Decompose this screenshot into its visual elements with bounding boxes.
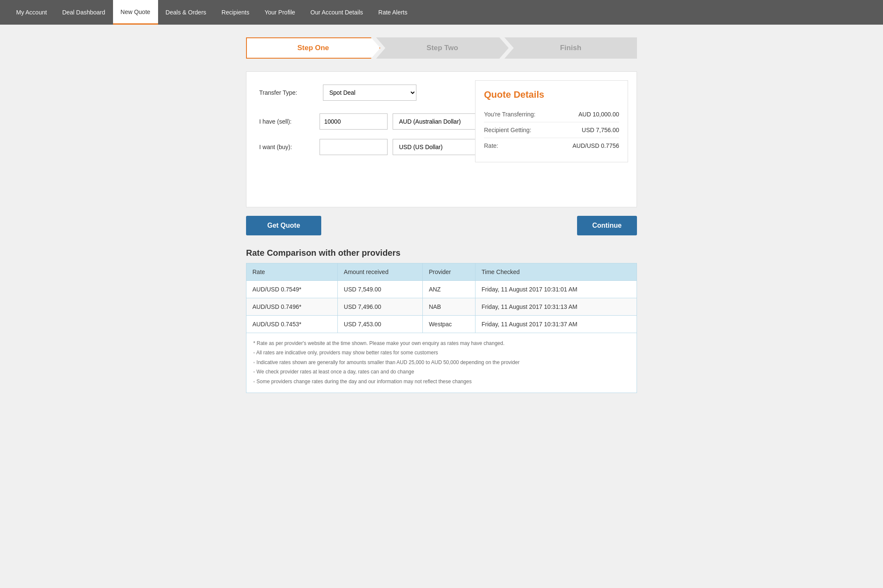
- i-have-amount-input[interactable]: [320, 113, 388, 130]
- nav-deal-dashboard[interactable]: Deal Dashboard: [54, 0, 113, 25]
- disclaimer-line: ◦ Some providers change rates during the…: [253, 377, 630, 386]
- disclaimer-line: * Rate as per provider's website at the …: [253, 339, 630, 348]
- nav-recipients[interactable]: Recipients: [214, 0, 257, 25]
- main-nav: My Account Deal Dashboard New Quote Deal…: [0, 0, 883, 25]
- quote-details-box: Quote Details You're Transferring: AUD 1…: [475, 80, 628, 162]
- quote-recipient-value: USD 7,756.00: [582, 127, 619, 133]
- disclaimer-line: ◦ All rates are indicative only, provide…: [253, 348, 630, 357]
- col-time: Time Checked: [475, 263, 637, 281]
- i-have-label: I have (sell):: [259, 118, 314, 125]
- i-want-amount-input[interactable]: [320, 139, 388, 155]
- main-content: Step One Step Two Finish Transfer Type: …: [238, 37, 645, 393]
- rate-comparison-section: Rate Comparison with other providers Rat…: [246, 248, 637, 393]
- nav-my-account[interactable]: My Account: [8, 0, 54, 25]
- table-row: AUD/USD 0.7453*USD 7,453.00WestpacFriday…: [246, 316, 637, 333]
- step-finish: Finish: [504, 37, 637, 59]
- nav-account-details[interactable]: Our Account Details: [303, 0, 371, 25]
- step-two: Step Two: [376, 37, 509, 59]
- quote-recipient-label: Recipient Getting:: [484, 127, 531, 133]
- quote-details-title: Quote Details: [484, 89, 619, 100]
- step-one: Step One: [246, 37, 380, 59]
- col-rate: Rate: [246, 263, 338, 281]
- col-amount: Amount received: [338, 263, 423, 281]
- nav-deals-orders[interactable]: Deals & Orders: [158, 0, 214, 25]
- quote-recipient-row: Recipient Getting: USD 7,756.00: [484, 122, 619, 138]
- quote-rate-row: Rate: AUD/USD 0.7756: [484, 138, 619, 153]
- quote-form: Transfer Type: Spot Deal Forward Deal I …: [246, 71, 637, 207]
- nav-your-profile[interactable]: Your Profile: [257, 0, 303, 25]
- i-want-label: I want (buy):: [259, 144, 314, 150]
- nav-new-quote[interactable]: New Quote: [113, 0, 158, 25]
- get-quote-button[interactable]: Get Quote: [246, 216, 321, 235]
- table-row: AUD/USD 0.7549*USD 7,549.00ANZFriday, 11…: [246, 281, 637, 298]
- action-buttons: Get Quote Continue: [246, 216, 637, 235]
- transfer-type-select[interactable]: Spot Deal Forward Deal: [323, 85, 416, 101]
- disclaimer-line: ◦ We check provider rates at least once …: [253, 368, 630, 376]
- comparison-header-row: Rate Amount received Provider Time Check…: [246, 263, 637, 281]
- comparison-title: Rate Comparison with other providers: [246, 248, 637, 258]
- quote-rate-value: AUD/USD 0.7756: [572, 142, 619, 149]
- quote-transferring-label: You're Transferring:: [484, 111, 535, 118]
- quote-rate-label: Rate:: [484, 142, 498, 149]
- comparison-table: Rate Amount received Provider Time Check…: [246, 263, 637, 333]
- table-row: AUD/USD 0.7496*USD 7,496.00NABFriday, 11…: [246, 298, 637, 316]
- quote-transferring-row: You're Transferring: AUD 10,000.00: [484, 107, 619, 122]
- col-provider: Provider: [423, 263, 475, 281]
- continue-button[interactable]: Continue: [577, 216, 637, 235]
- stepper: Step One Step Two Finish: [246, 37, 637, 59]
- nav-rate-alerts[interactable]: Rate Alerts: [371, 0, 415, 25]
- quote-transferring-value: AUD 10,000.00: [578, 111, 619, 118]
- disclaimer-line: ◦ Indicative rates shown are generally f…: [253, 358, 630, 367]
- transfer-type-label: Transfer Type:: [259, 89, 314, 96]
- disclaimer-section: * Rate as per provider's website at the …: [246, 333, 637, 393]
